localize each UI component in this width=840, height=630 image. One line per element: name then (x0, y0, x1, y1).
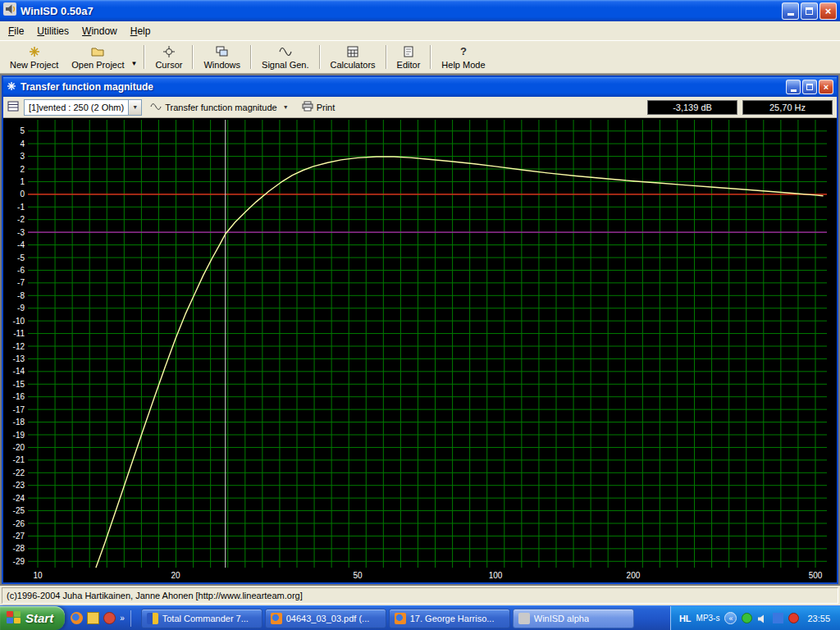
y-axis-tick-label: -18 (13, 418, 25, 427)
taskbar-separator (130, 610, 131, 627)
total-commander-icon (147, 613, 158, 624)
x-axis-tick-label: 200 (627, 571, 641, 580)
start-button[interactable]: Start (0, 606, 65, 630)
signal-gen-icon (279, 45, 292, 58)
toolbar-separator (386, 45, 387, 69)
language-indicator[interactable]: HL (679, 614, 692, 623)
tray-clock[interactable]: 23:55 (807, 614, 830, 623)
plot-maximize-button[interactable] (802, 80, 817, 94)
volume-icon[interactable] (757, 613, 768, 623)
help-mode-icon: ? (460, 45, 467, 58)
plot-close-button[interactable]: × (819, 80, 833, 94)
open-project-icon (91, 45, 104, 58)
open-project-dropdown[interactable]: ▼ (131, 42, 141, 72)
minimize-icon (788, 13, 794, 16)
dropdown-arrow-icon[interactable]: ▼ (128, 100, 141, 115)
desktop-screen: WinISD 0.50a7 × File Utilities Window He… (0, 0, 840, 630)
project-selector[interactable]: [1]vented : 250 (2 Ohm) ▼ (24, 99, 142, 116)
document-icon[interactable] (87, 612, 99, 624)
y-axis-tick-label: 4 (20, 139, 25, 148)
dropdown-arrow-icon: ▼ (283, 104, 289, 110)
quick-launch-overflow-icon[interactable]: » (120, 614, 125, 623)
x-axis-tick-label: 50 (353, 571, 363, 580)
y-axis-tick-label: 0 (20, 189, 25, 199)
close-button[interactable]: × (819, 2, 837, 20)
close-icon: × (825, 5, 832, 17)
toolbar-separator (319, 45, 321, 69)
y-axis-tick-label: -1 (17, 203, 25, 212)
y-axis-tick-label: -9 (17, 304, 25, 313)
x-axis-tick-label: 500 (809, 571, 823, 580)
editor-button[interactable]: Editor (390, 42, 427, 72)
tray-app-icon[interactable] (773, 613, 783, 623)
minimize-button[interactable] (782, 2, 799, 20)
y-axis-tick-label: 2 (20, 165, 25, 174)
tray-status-icon[interactable] (742, 613, 752, 623)
system-tray: HL MP3-s « 23:55 (670, 606, 840, 630)
maximize-icon (806, 84, 813, 90)
winisd-icon (518, 613, 530, 624)
x-axis-tick-label: 100 (489, 571, 503, 580)
calculators-icon (347, 45, 358, 58)
task-total-commander[interactable]: Total Commander 7... (141, 609, 262, 628)
y-axis-tick-label: -16 (13, 392, 25, 401)
help-mode-label: Help Mode (441, 60, 485, 70)
browser-icon[interactable] (71, 612, 83, 624)
windows-flag-icon (6, 610, 21, 627)
graph-type-selector[interactable]: Transfer function magnitude ▼ (147, 102, 292, 113)
maximize-icon (806, 7, 813, 15)
plot-window-icon (7, 80, 16, 94)
task-george-harrison[interactable]: 17. George Harriso... (389, 609, 510, 628)
open-project-button[interactable]: Open Project (65, 42, 130, 72)
windows-button[interactable]: Windows (197, 42, 247, 72)
cursor-button[interactable]: Cursor (148, 42, 189, 72)
plot-toolbar: [1]vented : 250 (2 Ohm) ▼ Transfer funct… (3, 97, 837, 118)
mdi-area: Transfer function magnitude × [1]vented … (0, 74, 840, 586)
calculators-button[interactable]: Calculators (324, 42, 382, 72)
firefox-document-icon (395, 613, 406, 624)
task-pdf-document[interactable]: 04643_03_03.pdf (... (265, 609, 386, 628)
tray-collapse-icon[interactable]: « (724, 612, 737, 624)
windows-label: Windows (203, 60, 240, 70)
y-axis-tick-label: -4 (17, 240, 25, 249)
y-axis-tick-label: -12 (13, 342, 25, 351)
media-player-icon[interactable] (103, 612, 116, 624)
signal-gen-label: Signal Gen. (262, 60, 308, 70)
chart-canvas[interactable]: 543210-1-2-3-4-5-6-7-8-9-10-11-12-13-14-… (3, 118, 837, 582)
help-mode-button[interactable]: ? Help Mode (435, 42, 491, 72)
plot-title: Transfer function magnitude (21, 81, 784, 93)
app-title: WinISD 0.50a7 (21, 5, 780, 17)
quick-launch-bar: » (65, 606, 139, 630)
menu-bar: File Utilities Window Help (0, 21, 840, 41)
task-winisd-alpha[interactable]: WinISD alpha (513, 609, 634, 628)
tray-ati-icon[interactable] (788, 613, 799, 623)
print-button[interactable]: Print (297, 99, 340, 115)
firefox-document-icon (271, 613, 282, 624)
y-axis-tick-label: -27 (13, 532, 25, 541)
new-project-label: New Project (10, 60, 58, 70)
taskbar: Start » Total Commander 7... 04643_03_03… (0, 605, 840, 630)
plot-minimize-button[interactable] (786, 80, 801, 94)
menu-window[interactable]: Window (75, 23, 124, 39)
y-axis-tick-label: -25 (13, 506, 25, 515)
y-axis-tick-label: -22 (13, 468, 25, 477)
maximize-button[interactable] (801, 2, 818, 20)
graph-type-value: Transfer function magnitude (165, 103, 277, 112)
menu-utilities[interactable]: Utilities (30, 23, 75, 39)
y-axis-tick-label: -23 (13, 481, 25, 490)
calculators-label: Calculators (331, 60, 376, 70)
menu-file[interactable]: File (2, 23, 30, 39)
signal-gen-button[interactable]: Signal Gen. (255, 42, 315, 72)
status-text: (c)1996-2004 Juha Hartikainen, Janne Aho… (2, 587, 838, 604)
main-toolbar: New Project Open Project ▼ Cursor (0, 41, 840, 74)
toolbar-separator (144, 45, 145, 69)
toolbar-separator (250, 45, 252, 69)
tray-toolbar-label[interactable]: MP3-s (696, 614, 720, 623)
menu-help[interactable]: Help (124, 23, 158, 39)
y-axis-tick-label: -15 (13, 380, 25, 389)
new-project-button[interactable]: New Project (3, 42, 65, 72)
transfer-function-chart[interactable]: 543210-1-2-3-4-5-6-7-8-9-10-11-12-13-14-… (3, 118, 837, 582)
toolbar-separator (192, 45, 194, 69)
new-project-icon (29, 45, 40, 58)
y-axis-tick-label: -28 (13, 544, 25, 553)
